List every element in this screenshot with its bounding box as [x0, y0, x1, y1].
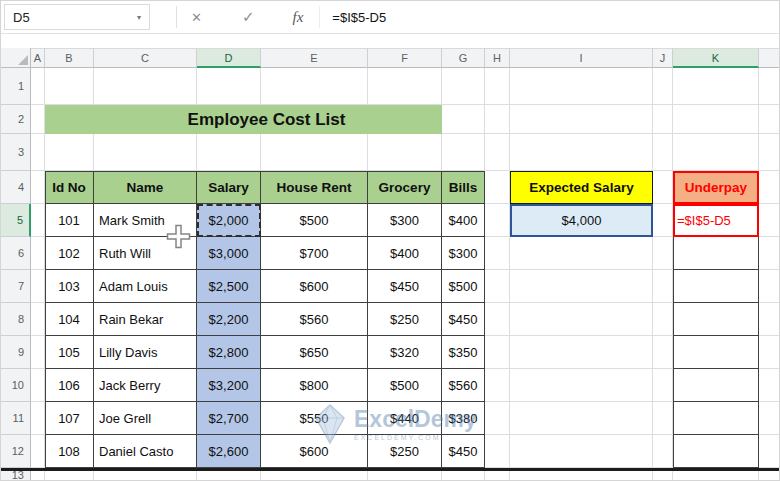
cell-A1[interactable] — [31, 68, 45, 105]
cell-K12[interactable] — [673, 435, 759, 468]
select-all-corner[interactable] — [1, 48, 31, 68]
cell-x11[interactable] — [759, 402, 780, 435]
cell-D9[interactable]: $2,800 — [197, 336, 261, 369]
cell-C1[interactable] — [94, 68, 197, 105]
cell-A9[interactable] — [31, 336, 45, 369]
cell-I12[interactable] — [510, 435, 653, 468]
cell-A5[interactable] — [31, 204, 45, 237]
cell-J11[interactable] — [653, 402, 673, 435]
cell-C12[interactable]: Daniel Casto — [94, 435, 197, 468]
row-header-11[interactable]: 11 — [1, 402, 31, 435]
table-header-name[interactable]: Name — [94, 171, 197, 204]
row-header-1[interactable]: 1 — [1, 68, 31, 105]
cell-F1[interactable] — [368, 68, 442, 105]
table-header-salary[interactable]: Salary — [197, 171, 261, 204]
table-header-house-rent[interactable]: House Rent — [261, 171, 368, 204]
column-header-J[interactable]: J — [653, 48, 673, 68]
row-header-5[interactable]: 5 — [1, 204, 31, 237]
column-header-B[interactable]: B — [45, 48, 94, 68]
cell-G6[interactable]: $300 — [442, 237, 485, 270]
cell-F8[interactable]: $250 — [368, 303, 442, 336]
cell-J1[interactable] — [653, 68, 673, 105]
table-header-grocery[interactable]: Grocery — [368, 171, 442, 204]
cell-I7[interactable] — [510, 270, 653, 303]
cell-x1[interactable] — [759, 68, 780, 105]
cell-K5[interactable]: =$I$5-D5 — [673, 204, 759, 237]
cell-A4[interactable] — [31, 171, 45, 204]
cell-G2[interactable] — [442, 105, 485, 134]
cell-D10[interactable]: $3,200 — [197, 369, 261, 402]
cell-D5[interactable]: $2,000 — [197, 204, 261, 237]
cell-x12[interactable] — [759, 435, 780, 468]
cell-E10[interactable]: $800 — [261, 369, 368, 402]
cell-J4[interactable] — [653, 171, 673, 204]
cell-K2[interactable] — [673, 105, 759, 134]
cell-D7[interactable]: $2,500 — [197, 270, 261, 303]
cell-H1[interactable] — [485, 68, 510, 105]
cell-B3[interactable] — [45, 134, 94, 171]
cell-I11[interactable] — [510, 402, 653, 435]
cell-F7[interactable]: $450 — [368, 270, 442, 303]
cell-H5[interactable] — [485, 204, 510, 237]
cell-D3[interactable] — [197, 134, 261, 171]
underpay-header[interactable]: Underpay — [673, 171, 759, 204]
row-header-3[interactable]: 3 — [1, 134, 31, 171]
cell-A10[interactable] — [31, 369, 45, 402]
table-header-bills[interactable]: Bills — [442, 171, 485, 204]
cell-C7[interactable]: Adam Louis — [94, 270, 197, 303]
cell-F9[interactable]: $320 — [368, 336, 442, 369]
cell-C9[interactable]: Lilly Davis — [94, 336, 197, 369]
column-header-E[interactable]: E — [261, 48, 368, 68]
cell-B12[interactable]: 108 — [45, 435, 94, 468]
cell-x10[interactable] — [759, 369, 780, 402]
cell-x3[interactable] — [759, 134, 780, 171]
cell-H6[interactable] — [485, 237, 510, 270]
cell-E8[interactable]: $560 — [261, 303, 368, 336]
cell-J12[interactable] — [653, 435, 673, 468]
cell-A6[interactable] — [31, 237, 45, 270]
cell-B7[interactable]: 103 — [45, 270, 94, 303]
cell-C3[interactable] — [94, 134, 197, 171]
row-header-2[interactable]: 2 — [1, 105, 31, 134]
cell-H7[interactable] — [485, 270, 510, 303]
cell-I9[interactable] — [510, 336, 653, 369]
column-header-partial[interactable] — [759, 48, 780, 68]
cell-J9[interactable] — [653, 336, 673, 369]
column-header-A[interactable]: A — [31, 48, 45, 68]
cell-J2[interactable] — [653, 105, 673, 134]
cell-C10[interactable]: Jack Berry — [94, 369, 197, 402]
cell-J7[interactable] — [653, 270, 673, 303]
cell-I6[interactable] — [510, 237, 653, 270]
cell-B6[interactable]: 102 — [45, 237, 94, 270]
cell-B5[interactable]: 101 — [45, 204, 94, 237]
cell-D12[interactable]: $2,600 — [197, 435, 261, 468]
cell-F10[interactable]: $500 — [368, 369, 442, 402]
cell-G5[interactable]: $400 — [442, 204, 485, 237]
row-header-9[interactable]: 9 — [1, 336, 31, 369]
cell-H3[interactable] — [485, 134, 510, 171]
cell-x7[interactable] — [759, 270, 780, 303]
row-header-12[interactable]: 12 — [1, 435, 31, 468]
cell-I10[interactable] — [510, 369, 653, 402]
cell-H4[interactable] — [485, 171, 510, 204]
cell-B10[interactable]: 106 — [45, 369, 94, 402]
cell-D11[interactable]: $2,700 — [197, 402, 261, 435]
cell-J10[interactable] — [653, 369, 673, 402]
cell-B1[interactable] — [45, 68, 94, 105]
column-header-G[interactable]: G — [442, 48, 485, 68]
cell-I3[interactable] — [510, 134, 653, 171]
table-header-id-no[interactable]: Id No — [45, 171, 94, 204]
cell-I5[interactable]: $4,000 — [510, 204, 653, 237]
cell-E1[interactable] — [261, 68, 368, 105]
cell-G1[interactable] — [442, 68, 485, 105]
expected-salary-header[interactable]: Expected Salary — [510, 171, 653, 204]
cell-J3[interactable] — [653, 134, 673, 171]
column-header-D[interactable]: D — [197, 48, 261, 68]
cell-A3[interactable] — [31, 134, 45, 171]
cell-G8[interactable]: $450 — [442, 303, 485, 336]
row-header-4[interactable]: 4 — [1, 171, 31, 204]
cell-A12[interactable] — [31, 435, 45, 468]
column-header-I[interactable]: I — [510, 48, 653, 68]
cell-E3[interactable] — [261, 134, 368, 171]
row-header-8[interactable]: 8 — [1, 303, 31, 336]
